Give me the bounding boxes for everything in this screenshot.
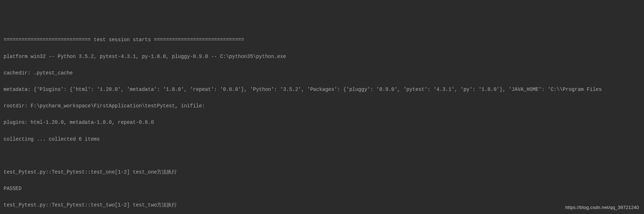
metadata-line: metadata: {'Plugins': {'html': '1.20.0',… (4, 86, 640, 94)
session-start-line: ============================= test sessi… (4, 36, 640, 44)
test-result: PASSED (4, 185, 640, 193)
test-line: test_Pytest.py::Test_Pytest::test_one[1-… (4, 168, 640, 176)
blank-line (4, 152, 640, 160)
collecting-line: collecting ... collected 6 items (4, 135, 640, 144)
test-line: test_Pytest.py::Test_Pytest::test_two[1-… (4, 201, 640, 209)
plugins-line: plugins: html-1.20.0, metadata-1.8.0, re… (4, 118, 640, 127)
platform-line: platform win32 -- Python 3.5.2, pytest-4… (4, 53, 640, 61)
cachedir-line: cachedir: .pytest_cache (4, 69, 640, 77)
rootdir-line: rootdir: F:\pycharm_workspace\FirstAppli… (4, 102, 640, 110)
watermark-text: https://blog.csdn.net/qq_39721240 (565, 204, 639, 211)
